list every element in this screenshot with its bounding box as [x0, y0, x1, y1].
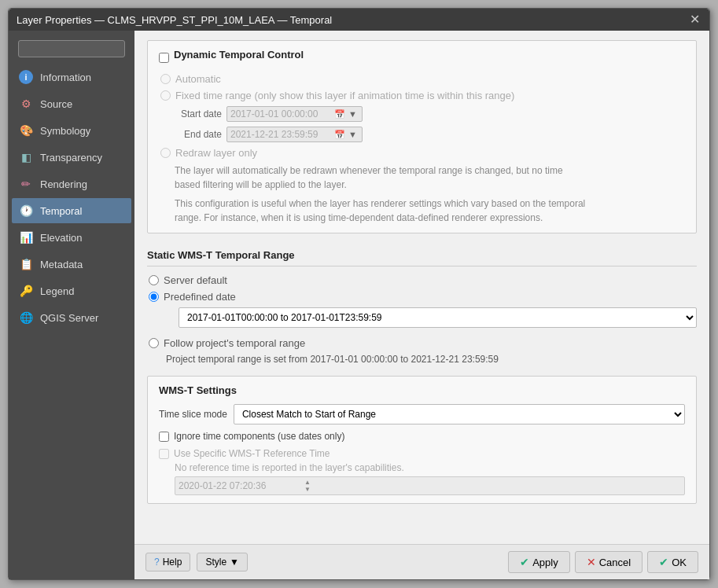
end-date-input[interactable] [230, 129, 333, 140]
sidebar-label-metadata: Metadata [40, 259, 83, 270]
sidebar-item-elevation[interactable]: 📊 Elevation [12, 225, 131, 250]
radio-server-default-label: Server default [164, 274, 227, 286]
radio-automatic-label: Automatic [175, 73, 221, 85]
radio-automatic[interactable] [160, 74, 171, 84]
redraw-description: The layer will automatically be redrawn … [175, 164, 685, 225]
sidebar-item-metadata[interactable]: 📋 Metadata [12, 252, 131, 277]
sidebar-item-source[interactable]: ⚙ Source [12, 91, 131, 116]
dropdown-arrow-end[interactable]: ▼ [347, 130, 359, 139]
panel-content: Dynamic Temporal Control Automatic Fixed… [134, 31, 709, 544]
sidebar-item-symbology[interactable]: 🎨 Symbology [12, 118, 131, 143]
project-range-text: Project temporal range is set from 2017-… [166, 354, 697, 365]
radio-fixed[interactable] [160, 90, 171, 101]
help-icon: ? [154, 557, 160, 568]
sidebar-label-elevation: Elevation [40, 232, 82, 244]
radio-server-default-row: Server default [147, 274, 697, 286]
ignore-time-checkbox[interactable] [159, 432, 169, 442]
arrow-down[interactable]: ▼ [304, 486, 311, 493]
help-button[interactable]: ? Help [145, 553, 190, 571]
main-content: i Information ⚙ Source 🎨 Symbology ◧ Tra… [9, 31, 709, 579]
dynamic-control-checkbox[interactable] [159, 53, 169, 63]
redraw-text-4: range. For instance, when it is using ti… [175, 211, 685, 225]
qgis-server-icon: 🌐 [18, 310, 34, 325]
sidebar-item-rendering[interactable]: ✏ Rendering [12, 171, 131, 197]
sidebar-label-symbology: Symbology [40, 125, 90, 137]
ignore-time-label: Ignore time components (use dates only) [174, 431, 344, 442]
arrow-up[interactable]: ▲ [304, 479, 311, 486]
source-icon: ⚙ [18, 96, 34, 112]
radio-predefined-row: Predefined date [147, 291, 697, 303]
search-bar [13, 37, 130, 61]
apply-check-icon: ✔ [520, 556, 529, 568]
ok-label: OK [672, 557, 687, 568]
no-ref-text: No reference time is reported in the lay… [175, 462, 685, 473]
search-input[interactable] [18, 40, 125, 57]
sidebar-item-legend[interactable]: 🔑 Legend [12, 278, 131, 303]
transparency-icon: ◧ [18, 149, 34, 165]
style-button[interactable]: Style ▼ [197, 553, 248, 571]
temporal-icon: 🕐 [18, 203, 34, 219]
sidebar-item-temporal[interactable]: 🕐 Temporal [12, 198, 131, 223]
cancel-button[interactable]: ✕ Cancel [575, 551, 643, 573]
sidebar-item-transparency[interactable]: ◧ Transparency [12, 145, 131, 170]
ok-check-icon: ✔ [659, 556, 668, 568]
calendar-icon-end[interactable]: 📅 [333, 130, 347, 140]
static-section-header: Static WMS-T Temporal Range [147, 244, 697, 266]
sidebar-item-qgis-server[interactable]: 🌐 QGIS Server [12, 305, 131, 330]
apply-label: Apply [532, 557, 558, 568]
rendering-icon: ✏ [18, 176, 34, 192]
reference-time-checkbox[interactable] [159, 449, 169, 459]
help-label: Help [163, 557, 182, 568]
sidebar: i Information ⚙ Source 🎨 Symbology ◧ Tra… [9, 31, 134, 579]
radio-follow[interactable] [149, 338, 159, 348]
window-title: Layer Properties — CLMS_HRVPP_ST_PPI_10M… [17, 14, 332, 26]
radio-fixed-row: Fixed time range (only show this layer i… [159, 90, 685, 101]
radio-server-default[interactable] [149, 275, 159, 285]
static-section: Static WMS-T Temporal Range Server defau… [147, 244, 697, 365]
information-icon: i [18, 69, 34, 85]
sidebar-label-legend: Legend [40, 285, 74, 297]
radio-automatic-row: Automatic [159, 73, 685, 85]
end-date-row: End date 📅 ▼ [175, 127, 685, 142]
reference-time-row: Use Specific WMS-T Reference Time [159, 448, 685, 459]
time-slice-row: Time slice mode Closest Match to Start o… [159, 404, 685, 424]
ref-date-wrapper: ▲ ▼ [175, 476, 685, 495]
wmst-section: WMS-T Settings Time slice mode Closest M… [147, 376, 697, 504]
radio-predefined-label: Predefined date [164, 291, 236, 303]
radio-redraw-label: Redraw layer only [175, 147, 257, 159]
radio-follow-label: Follow project's temporal range [164, 337, 305, 349]
end-date-label: End date [175, 129, 222, 140]
redraw-text-1: The layer will automatically be redrawn … [175, 164, 685, 178]
radio-redraw[interactable] [160, 148, 171, 158]
end-date-wrapper: 📅 ▼ [226, 127, 363, 142]
legend-icon: 🔑 [18, 283, 34, 299]
start-date-row: Start date 📅 ▼ [175, 106, 685, 122]
calendar-icon-start[interactable]: 📅 [333, 109, 347, 119]
panel: Dynamic Temporal Control Automatic Fixed… [134, 31, 709, 579]
dynamic-header: Dynamic Temporal Control [159, 49, 685, 67]
redraw-text-2: based filtering will be applied to the l… [175, 178, 685, 192]
ref-date-arrows[interactable]: ▲ ▼ [304, 479, 311, 493]
elevation-icon: 📊 [18, 230, 34, 245]
close-button[interactable]: ✕ [688, 13, 701, 26]
predefined-date-select[interactable]: 2017-01-01T00:00:00 to 2017-01-01T23:59:… [179, 307, 697, 328]
ref-date-input[interactable] [179, 480, 304, 491]
dropdown-arrow-start[interactable]: ▼ [347, 109, 359, 119]
ignore-time-row: Ignore time components (use dates only) [159, 431, 685, 442]
metadata-icon: 📋 [18, 256, 34, 272]
start-date-wrapper: 📅 ▼ [226, 106, 363, 122]
radio-redraw-row: Redraw layer only [159, 147, 685, 159]
apply-button[interactable]: ✔ Apply [508, 551, 570, 573]
time-slice-select[interactable]: Closest Match to Start of Range [234, 404, 685, 424]
start-date-input[interactable] [230, 108, 333, 119]
sidebar-item-information[interactable]: i Information [12, 64, 131, 90]
cancel-label: Cancel [599, 557, 631, 568]
titlebar: Layer Properties — CLMS_HRVPP_ST_PPI_10M… [9, 9, 709, 31]
dynamic-section: Dynamic Temporal Control Automatic Fixed… [147, 40, 697, 233]
redraw-text-3: This configuration is useful when the la… [175, 197, 685, 211]
sidebar-label-transparency: Transparency [40, 152, 102, 164]
radio-predefined[interactable] [149, 292, 159, 302]
ok-button[interactable]: ✔ OK [647, 551, 698, 573]
style-arrow: ▼ [230, 557, 239, 568]
main-window: Layer Properties — CLMS_HRVPP_ST_PPI_10M… [8, 8, 710, 580]
